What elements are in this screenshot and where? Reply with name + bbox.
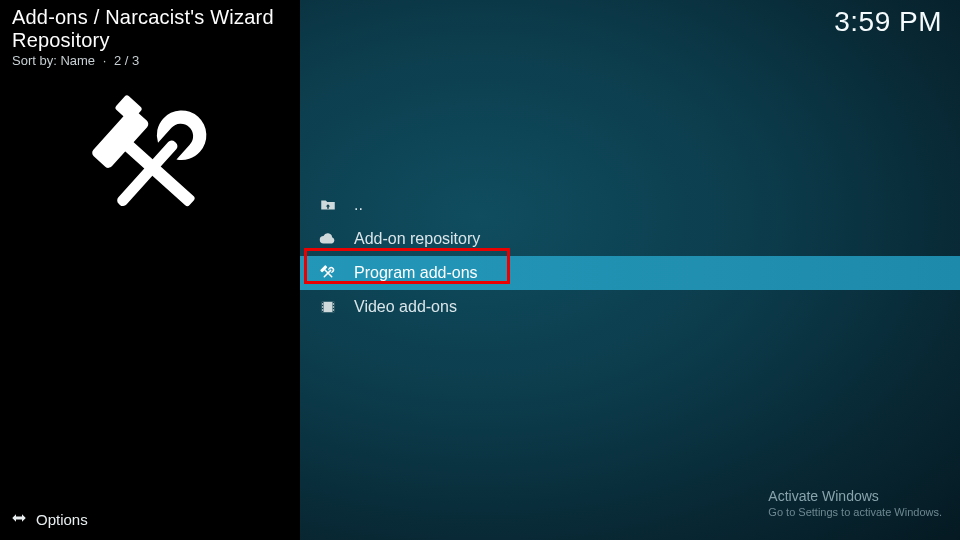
svg-rect-11 [322, 306, 323, 308]
list-item-parent[interactable]: .. [300, 188, 960, 222]
list-item-program-addons[interactable]: Program add-ons [300, 256, 960, 290]
watermark-sub: Go to Settings to activate Windows. [768, 506, 942, 518]
breadcrumb: Add-ons / Narcacist's Wizard Repository [12, 6, 300, 52]
main-pane: 3:59 PM .. Add-on repository [300, 0, 960, 540]
windows-watermark: Activate Windows Go to Settings to activ… [768, 488, 942, 518]
sort-line: Sort by: Name · 2 / 3 [12, 53, 300, 68]
list-item-addon-repository[interactable]: Add-on repository [300, 222, 960, 256]
addon-list: .. Add-on repository Program add-ons [300, 188, 960, 324]
tools-icon [318, 263, 338, 283]
app-window: Add-ons / Narcacist's Wizard Repository … [0, 0, 960, 540]
header: Add-ons / Narcacist's Wizard Repository … [12, 6, 300, 68]
list-item-video-addons[interactable]: Video add-ons [300, 290, 960, 324]
svg-rect-6 [323, 269, 331, 277]
sort-value[interactable]: Name [60, 53, 95, 68]
options-button[interactable]: Options [10, 509, 88, 530]
svg-rect-14 [333, 306, 334, 308]
watermark-title: Activate Windows [768, 488, 942, 504]
options-label: Options [36, 511, 88, 528]
dot-separator: · [99, 53, 111, 68]
sort-label: Sort by: [12, 53, 57, 68]
list-item-label: Video add-ons [354, 298, 457, 316]
svg-rect-13 [333, 303, 334, 305]
item-position: 2 / 3 [114, 53, 139, 68]
svg-rect-12 [322, 309, 323, 311]
clock: 3:59 PM [834, 6, 942, 38]
folder-up-icon [318, 195, 338, 215]
svg-rect-10 [322, 303, 323, 305]
cloud-icon [318, 229, 338, 249]
category-tools-icon [75, 90, 230, 249]
svg-rect-15 [333, 309, 334, 311]
list-item-label: Add-on repository [354, 230, 480, 248]
arrows-horizontal-icon [10, 509, 28, 530]
list-item-label: .. [354, 196, 363, 214]
sidebar: Add-ons / Narcacist's Wizard Repository … [0, 0, 300, 540]
list-item-label: Program add-ons [354, 264, 478, 282]
film-icon [318, 297, 338, 317]
